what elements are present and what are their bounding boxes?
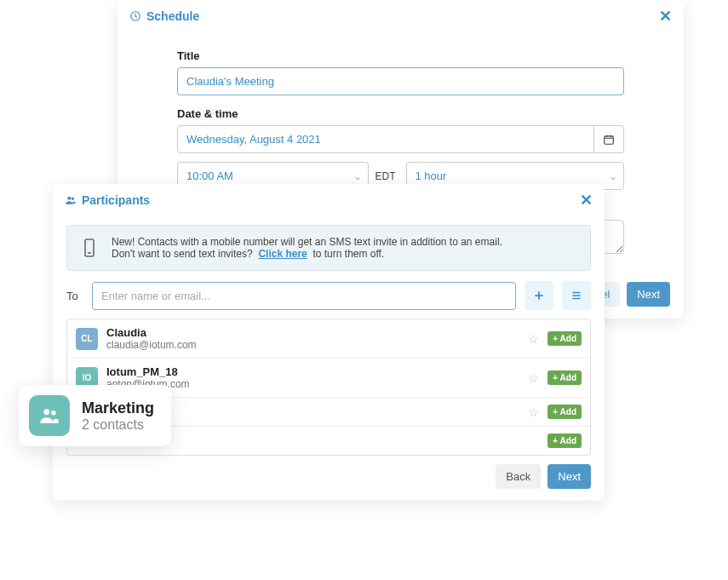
plus-icon [533, 290, 545, 301]
marketing-card: Marketing 2 contacts [19, 385, 171, 446]
info-banner: New! Contacts with a mobile number will … [66, 225, 591, 271]
svg-point-5 [43, 409, 49, 415]
svg-rect-1 [605, 135, 614, 143]
title-input[interactable] [177, 67, 624, 95]
datetime-label: Date & time [177, 107, 624, 120]
participants-modal: Participants ✕ New! Contacts with a mobi… [53, 184, 605, 501]
star-button[interactable]: ☆ [528, 405, 539, 419]
add-participant-button[interactable] [525, 281, 553, 310]
svg-point-3 [72, 198, 74, 200]
contact-info: Claudia claudia@iotum.com [106, 326, 519, 351]
back-button[interactable]: Back [496, 464, 541, 489]
contact-row: CL Claudia claudia@iotum.com ☆ + Add [67, 319, 590, 359]
group-avatar [29, 395, 70, 436]
schedule-next-button[interactable]: Next [627, 282, 670, 307]
svg-rect-4 [85, 239, 94, 256]
calendar-button[interactable] [594, 125, 624, 153]
to-label: To [66, 290, 83, 302]
marketing-subtitle: 2 contacts [82, 417, 154, 433]
date-input[interactable] [177, 125, 594, 153]
sms-phone-icon [79, 238, 100, 258]
title-label: Title [177, 49, 624, 62]
banner-line2b: to turn them off. [312, 248, 384, 260]
star-button[interactable]: ☆ [528, 332, 539, 346]
calendar-icon [603, 134, 615, 146]
timezone-label: EDT [375, 170, 396, 182]
to-row: To [66, 281, 591, 310]
banner-line2a: Don't want to send text invites? [112, 248, 253, 260]
schedule-close-button[interactable]: ✕ [659, 7, 672, 26]
participants-next-button[interactable]: Next [547, 464, 591, 489]
participants-title-text: Participants [82, 193, 150, 207]
participants-close-button[interactable]: ✕ [580, 191, 593, 210]
clock-icon [129, 10, 141, 22]
participants-footer: Back Next [482, 452, 605, 501]
marketing-title: Marketing [82, 399, 154, 417]
group-icon [38, 405, 60, 427]
participants-title: Participants [65, 193, 150, 207]
avatar: CL [76, 328, 98, 350]
svg-point-2 [67, 197, 71, 200]
add-all-button[interactable]: + Add [547, 434, 582, 448]
contact-info: Iotum_PM_18 anton@iotum.com [106, 365, 519, 390]
add-contact-button[interactable]: + Add [547, 405, 582, 419]
list-icon [570, 290, 582, 301]
svg-point-6 [51, 411, 55, 415]
add-contact-button[interactable]: + Add [547, 331, 582, 346]
to-input[interactable] [92, 282, 516, 310]
schedule-title-text: Schedule [146, 9, 199, 23]
schedule-header: Schedule ✕ [118, 0, 684, 32]
participants-header: Participants ✕ [53, 184, 605, 216]
users-icon [65, 194, 77, 206]
banner-line1: New! Contacts with a mobile number will … [112, 236, 502, 248]
contact-email: claudia@iotum.com [106, 339, 519, 351]
contact-name: Iotum_PM_18 [106, 365, 519, 378]
list-button[interactable] [562, 281, 591, 310]
schedule-title: Schedule [129, 9, 199, 23]
star-button[interactable]: ☆ [528, 371, 539, 385]
banner-link[interactable]: Click here [258, 248, 307, 260]
add-contact-button[interactable]: + Add [547, 370, 582, 385]
contact-name: Claudia [106, 326, 519, 339]
